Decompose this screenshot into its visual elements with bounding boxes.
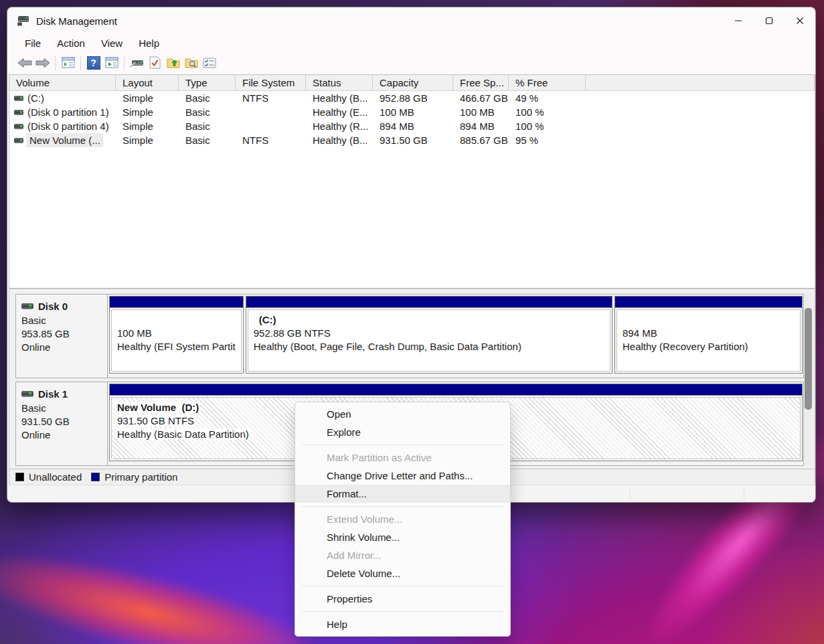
folder-find-icon[interactable]	[182, 54, 200, 72]
column-header-layout[interactable]: Layout	[116, 75, 179, 90]
disk-1-info[interactable]: Disk 1 Basic 931.50 GB Online	[16, 382, 108, 465]
disk-drive-app-icon	[17, 15, 30, 26]
disk-icon	[21, 391, 33, 397]
column-header-status[interactable]: Status	[306, 75, 373, 90]
menu-add-mirror: Add Mirror...	[295, 546, 510, 564]
console-tree-icon[interactable]	[59, 54, 77, 72]
volume-icon	[14, 124, 23, 129]
menu-file[interactable]: File	[17, 36, 48, 50]
partition-efi[interactable]: 100 MB Healthy (EFI System Partit	[109, 296, 244, 374]
partition-c[interactable]: (C:) 952.88 GB NTFS Healthy (Boot, Page …	[246, 296, 612, 374]
titlebar[interactable]: Disk Management	[7, 7, 815, 34]
minimize-button[interactable]	[723, 7, 754, 34]
window-title: Disk Management	[36, 15, 117, 27]
partition-recovery[interactable]: 894 MB Healthy (Recovery Partition)	[614, 296, 803, 374]
context-menu: Open Explore Mark Partition as Active Ch…	[295, 402, 511, 637]
volume-row-c[interactable]: (C:) Simple Basic NTFS Healthy (B... 952…	[9, 91, 815, 105]
volume-list-header: Volume Layout Type File System Status Ca…	[9, 75, 815, 91]
menu-change-drive-letter[interactable]: Change Drive Letter and Paths...	[295, 467, 510, 485]
column-header-volume[interactable]: Volume	[9, 75, 116, 90]
menu-help[interactable]: Help	[131, 36, 167, 50]
menu-open[interactable]: Open	[295, 405, 510, 423]
volume-list-pane: Volume Layout Type File System Status Ca…	[9, 74, 815, 289]
disk-0-info[interactable]: Disk 0 Basic 953.85 GB Online	[16, 295, 108, 378]
help-icon[interactable]: ?	[84, 54, 102, 72]
volume-icon	[14, 110, 23, 115]
back-icon[interactable]	[15, 54, 33, 72]
menu-mark-partition-active: Mark Partition as Active	[295, 449, 510, 467]
volume-row-disk0-partition4[interactable]: (Disk 0 partition 4) Simple Basic Health…	[9, 119, 815, 133]
toolbar-separator	[124, 56, 125, 70]
primary-partition-bar	[110, 297, 243, 308]
column-header-percent-free[interactable]: % Free	[509, 75, 586, 90]
menu-delete-volume[interactable]: Delete Volume...	[295, 564, 510, 582]
menu-format[interactable]: Format...	[295, 485, 510, 503]
toolbar-separator	[55, 56, 56, 70]
menu-help[interactable]: Help	[295, 615, 510, 633]
forward-icon[interactable]	[33, 54, 52, 72]
disk-tool-icon[interactable]	[128, 54, 146, 72]
menu-action[interactable]: Action	[50, 36, 92, 50]
disk-0-row: Disk 0 Basic 953.85 GB Online 100 MB Hea…	[15, 294, 804, 378]
task-check-icon[interactable]	[146, 54, 164, 72]
toolbar-separator	[80, 56, 81, 70]
primary-partition-swatch	[91, 473, 100, 481]
disk-icon	[21, 303, 33, 309]
vertical-scrollbar[interactable]	[805, 293, 812, 465]
menu-separator	[302, 611, 503, 612]
menu-separator	[302, 506, 503, 507]
action-pane-icon[interactable]	[102, 54, 120, 72]
primary-partition-bar	[246, 297, 612, 308]
unallocated-swatch	[15, 473, 24, 481]
menubar: File Action View Help	[7, 34, 815, 52]
volume-row-new-volume[interactable]: New Volume (... Simple Basic NTFS Health…	[9, 133, 815, 147]
legend-primary-partition: Primary partition	[91, 471, 177, 483]
column-header-free-space[interactable]: Free Sp...	[453, 75, 509, 90]
volume-icon	[14, 138, 23, 143]
menu-separator	[302, 445, 503, 445]
menu-view[interactable]: View	[94, 36, 130, 50]
close-button[interactable]	[785, 7, 815, 34]
primary-partition-bar	[110, 384, 802, 396]
checklist-icon[interactable]	[200, 54, 218, 72]
menu-separator	[302, 586, 503, 586]
column-header-capacity[interactable]: Capacity	[373, 75, 453, 90]
folder-export-icon[interactable]	[164, 54, 182, 72]
volume-row-disk0-partition1[interactable]: (Disk 0 partition 1) Simple Basic Health…	[9, 105, 815, 119]
menu-properties[interactable]: Properties	[295, 590, 510, 608]
primary-partition-bar	[615, 297, 802, 308]
maximize-button[interactable]	[754, 7, 785, 34]
volume-icon	[14, 96, 23, 101]
disk-0-partitions: 100 MB Healthy (EFI System Partit (C:) 9…	[108, 295, 803, 378]
menu-shrink-volume[interactable]: Shrink Volume...	[295, 528, 510, 546]
column-header-empty	[586, 75, 815, 90]
column-header-type[interactable]: Type	[179, 75, 236, 90]
window-controls	[723, 7, 815, 34]
menu-extend-volume: Extend Volume...	[295, 510, 510, 528]
scrollbar-thumb[interactable]	[805, 308, 812, 410]
toolbar: ?	[7, 52, 815, 74]
column-header-file-system[interactable]: File System	[236, 75, 306, 90]
menu-explore[interactable]: Explore	[295, 423, 510, 441]
legend-unallocated: Unallocated	[15, 471, 82, 483]
